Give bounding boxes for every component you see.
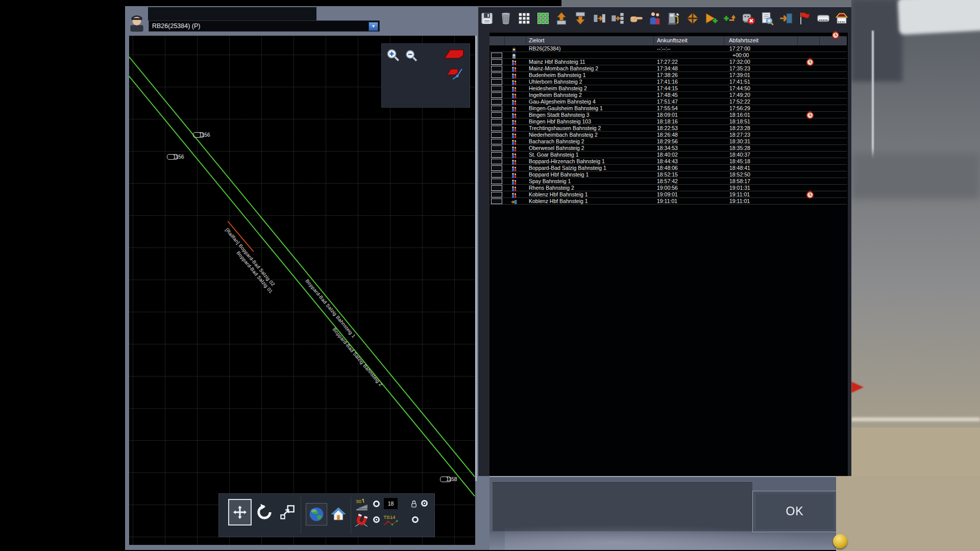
table-row[interactable]: Niederheimbach Bahnsteig 218:26:4818:27:…: [489, 132, 847, 138]
move-object-button[interactable]: [277, 502, 298, 523]
table-row[interactable]: Budenheim Bahnsteig 117:38:2617:39:01: [489, 72, 847, 79]
ok-button[interactable]: OK: [756, 494, 834, 529]
table-row[interactable]: RB26(25384)--:--:--17:27:00: [489, 45, 847, 52]
table-row[interactable]: Mainz-Mombach Bahnsteig 217:34:4817:35:2…: [489, 65, 847, 72]
delete-icon[interactable]: [499, 11, 514, 27]
table-row[interactable]: St. Goar Bahnsteig 118:40:0218:40:37: [489, 152, 847, 158]
cell-zielort: Heidesheim Bahnsteig 2: [529, 85, 587, 91]
row-checkbox[interactable]: [491, 198, 502, 204]
cell-ankunft: 17:38:26: [657, 72, 678, 78]
home-view-button[interactable]: [329, 503, 348, 524]
couple-icon[interactable]: [592, 11, 607, 27]
add-train-icon[interactable]: [704, 11, 719, 27]
remove-train-icon[interactable]: [741, 11, 756, 27]
table-row[interactable]: Boppard Hbf Bahnsteig 118:52:1518:52:50: [489, 171, 847, 178]
dropdown-arrow-button[interactable]: ▼: [369, 22, 378, 31]
table-row[interactable]: Boppard-Hirzenach Bahnsteig 118:44:4318:…: [489, 158, 847, 165]
row-checkbox[interactable]: [491, 139, 502, 144]
table-row[interactable]: Ingelheim Bahnsteig 217:48:4517:49:20: [489, 92, 847, 98]
add-route-icon[interactable]: [723, 11, 738, 27]
row-platform-icon: [511, 112, 518, 118]
goto-destination-icon[interactable]: [779, 11, 794, 27]
row-checkbox[interactable]: [491, 185, 502, 191]
track-map[interactable]: [Railfan] Boppard-Bad Salzig 02Boppard-B…: [129, 36, 475, 545]
row-checkbox[interactable]: [491, 145, 502, 151]
lock-icon[interactable]: [408, 498, 420, 510]
row-checkbox[interactable]: [491, 112, 502, 118]
row-platform-icon: [511, 72, 518, 78]
table-row[interactable]: Uhlerborn Bahnsteig 217:41:1617:41:51: [489, 79, 847, 85]
row-checkbox[interactable]: [491, 132, 502, 138]
row-checkbox[interactable]: [491, 72, 502, 78]
table-row[interactable]: Gau-Algesheim Bahnsteig 417:51:4717:52:2…: [489, 98, 847, 105]
wagon-icon[interactable]: [816, 11, 831, 27]
passengers-icon[interactable]: [648, 11, 663, 27]
zoom-out-button[interactable]: [404, 48, 419, 63]
table-row[interactable]: Koblenz Hbf Bahnsteig 119:11:0119:11:01: [489, 198, 847, 205]
slope-radio[interactable]: [373, 500, 380, 507]
move-down-icon[interactable]: [573, 11, 589, 27]
uncouple-icon[interactable]: [610, 11, 626, 27]
table-row[interactable]: Mainz Hbf Bahnsteig 1117:27:2217:32:00: [489, 59, 847, 65]
world-view-button[interactable]: [306, 503, 327, 525]
document-settings-icon[interactable]: [760, 11, 775, 27]
row-checkbox[interactable]: [491, 59, 502, 65]
row-checkbox[interactable]: [491, 126, 502, 131]
table-row[interactable]: Bingen Hbf Bahnsteig 10318:18:1618:18:51: [489, 118, 847, 125]
row-checkbox[interactable]: [491, 165, 502, 171]
row-checkbox[interactable]: [491, 152, 502, 158]
depot-icon[interactable]: [835, 11, 850, 27]
row-checkbox[interactable]: [491, 86, 502, 91]
row-checkbox[interactable]: [491, 172, 502, 178]
magnet-radio[interactable]: [373, 516, 380, 523]
row-checkbox[interactable]: [491, 159, 502, 164]
table-row[interactable]: Boppard-Bad Salzig Bahnsteig 118:48:0618…: [489, 165, 847, 171]
table-row[interactable]: Koblenz Hbf Bahnsteig 119:09:0119:11:01: [489, 191, 847, 198]
table-row[interactable]: Rhens Bahnsteig 219:00:5619:01:31: [489, 185, 847, 191]
cab-view-button[interactable]: [443, 48, 465, 60]
center-view-icon[interactable]: [685, 11, 701, 27]
row-checkbox[interactable]: [491, 192, 502, 197]
table-row[interactable]: Bacharach Bahnsteig 218:29:5618:30:31: [489, 138, 847, 145]
layout-grid-icon[interactable]: [517, 11, 532, 27]
splitter[interactable]: [475, 36, 477, 481]
magnet-snap-icon[interactable]: [354, 513, 369, 528]
track-segment-radio[interactable]: [412, 516, 419, 523]
cell-zielort: Uhlerborn Bahnsteig 2: [529, 79, 582, 85]
status-inset: [493, 482, 752, 531]
track-segment-icon[interactable]: TS14: [382, 513, 399, 528]
move-up-icon[interactable]: [554, 11, 570, 27]
row-platform-icon: [511, 65, 518, 71]
row-checkbox[interactable]: [491, 99, 502, 105]
pan-mode-button[interactable]: [228, 499, 252, 525]
row-checkbox[interactable]: [491, 53, 502, 58]
km-marker: 1156: [167, 154, 184, 160]
table-row[interactable]: Spay Bahnsteig 118:57:4218:58:17: [489, 178, 847, 185]
refuel-icon[interactable]: [667, 11, 682, 27]
train-selector[interactable]: RB26(25384) (P) ▼: [149, 20, 380, 32]
occupancy-grid-icon[interactable]: [536, 11, 551, 27]
flag-icon[interactable]: [797, 11, 813, 27]
save-icon[interactable]: [480, 11, 495, 27]
row-checkbox[interactable]: [491, 119, 502, 124]
slope-mode-icon[interactable]: 30: [355, 498, 369, 511]
row-platform-icon: [511, 92, 518, 98]
row-checkbox[interactable]: [491, 66, 502, 71]
zoom-in-button[interactable]: [385, 47, 401, 63]
hand-icon[interactable]: [629, 11, 645, 27]
table-row[interactable]: Oberwesel Bahnsteig 218:34:5318:35:28: [489, 145, 847, 152]
cell-zielort: Mainz-Mombach Bahnsteig 2: [529, 65, 598, 71]
table-row[interactable]: Bingen Stadt Bahnsteig 318:09:0118:16:01: [489, 112, 847, 118]
grid-size-value[interactable]: 18: [384, 498, 398, 509]
row-checkbox[interactable]: [491, 106, 502, 111]
row-checkbox[interactable]: [491, 79, 502, 85]
lock-radio[interactable]: [421, 500, 428, 507]
table-row[interactable]: Bingen-Gaulsheim Bahnsteig 117:55:5417:5…: [489, 105, 847, 112]
table-row[interactable]: +00:00: [489, 52, 847, 59]
cab-clock-button[interactable]: [444, 65, 465, 82]
table-row[interactable]: Trechtingshausen Bahnsteig 218:22:5318:2…: [489, 125, 847, 132]
row-checkbox[interactable]: [491, 92, 502, 98]
row-checkbox[interactable]: [491, 179, 502, 184]
table-row[interactable]: Heidesheim Bahnsteig 217:44:1517:44:50: [489, 85, 847, 92]
rotate-view-button[interactable]: [254, 500, 275, 524]
